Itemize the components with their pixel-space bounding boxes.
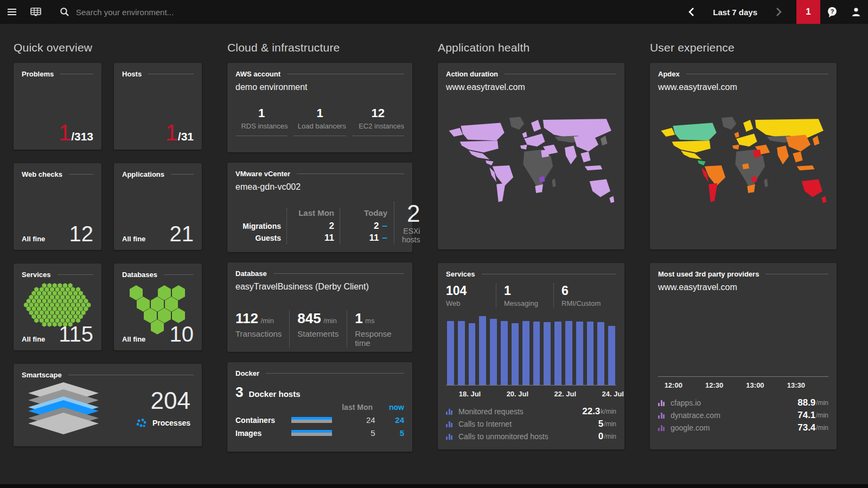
tile-smartscape[interactable]: Smartscape 204 (14, 364, 202, 446)
tile-apdex[interactable]: Apdex www.easytravel.com (650, 63, 837, 249)
tile-databases[interactable]: Databases All fine 10 (114, 264, 202, 350)
tile-title: Database (235, 269, 267, 278)
mini-bar-chart-icon (446, 408, 454, 415)
guests-last: 11 (292, 232, 334, 244)
hamburger-icon (8, 9, 16, 15)
divider (266, 373, 404, 374)
mini-bar-chart-icon (446, 421, 454, 427)
legend-row[interactable]: Calls to Internet 5 /min (446, 418, 616, 430)
x-axis-ticks: 12:0012:3013:0013:30 (658, 380, 828, 393)
tile-problems[interactable]: Problems 1 /313 (14, 63, 101, 150)
docker-containers-row: Containers 24 24 (235, 415, 404, 425)
total-count: /313 (71, 130, 93, 143)
divider (482, 274, 617, 274)
tile-title: Hosts (122, 70, 142, 78)
tile-web-checks[interactable]: Web checks All fine 12 (14, 163, 101, 250)
menu-button[interactable] (0, 0, 24, 24)
providers-legend: cfapps.io 88.9 /min dynatrace.com 74.1 /… (658, 396, 828, 434)
divider (171, 174, 194, 175)
metric-caption: Load balancers (293, 121, 346, 131)
legend-row[interactable]: dynatrace.com 74.1 /min (658, 409, 828, 421)
tile-aws-account[interactable]: AWS account demo environment 1 RDS insta… (227, 63, 412, 152)
tile-title: Services (446, 270, 475, 278)
status-text: All fine (22, 235, 45, 243)
divider (505, 74, 616, 74)
legend-row[interactable]: google.com 73.4 /min (658, 421, 828, 434)
docker-images-row: Images 5 5 (235, 428, 404, 438)
tile-hosts[interactable]: Hosts 1 /31 (114, 63, 202, 150)
metric-statements: 845 /min Statements (289, 310, 347, 348)
application-name: www.easytravel.com (446, 82, 616, 92)
world-map-action-duration (446, 113, 616, 218)
database-count: 10 (170, 323, 194, 345)
section-title: Application health (438, 41, 624, 54)
search-input[interactable] (76, 8, 250, 17)
status-text: All fine (122, 235, 145, 243)
tile-title: Action duration (446, 70, 498, 78)
column-last-mon: last Mon (335, 403, 373, 412)
window-bottom-edge (0, 484, 868, 488)
migrations-today: 2 (374, 221, 379, 231)
tile-title: Web checks (22, 170, 62, 178)
timeframe-prev-button[interactable] (679, 0, 703, 24)
service-metrics-legend: Monitored requests 22.3 k/min Calls to I… (446, 405, 616, 442)
total-count: /31 (178, 130, 194, 143)
tile-title: Smartscape (22, 371, 62, 379)
tile-applications[interactable]: Applications All fine 21 (114, 163, 202, 250)
processes-label: Processes (152, 419, 190, 427)
third-party-stacked-bar-chart: 12:0012:3013:0013:30 (658, 315, 828, 393)
section-quick-overview: Quick overview Problems 1 /313 Hosts 1 /… (14, 24, 202, 463)
column-last-mon: Last Mon 2 11 (286, 208, 334, 244)
mini-bar-chart-icon (658, 412, 666, 419)
user-button[interactable] (844, 0, 868, 24)
metric-caption: EC2 instances (352, 121, 404, 131)
tile-services[interactable]: Services All fine 115 (14, 264, 101, 350)
divider (686, 74, 828, 74)
legend-row[interactable]: cfapps.io 88.9 /min (658, 396, 828, 409)
section-user-experience: User experience Apdex www.easytravel.com… (650, 24, 837, 463)
problem-host-count: 1 (165, 121, 177, 144)
tile-title: Docker (235, 369, 259, 377)
web-check-count: 12 (69, 223, 94, 245)
tile-services-health[interactable]: Services 104 Web 1 Messaging 6 RMI/Custo… (438, 263, 624, 450)
dashboards-button[interactable] (24, 0, 48, 24)
application-name: www.easytravel.com (658, 282, 828, 292)
tile-database[interactable]: Database easyTravelBusiness (Derby Clien… (227, 262, 412, 352)
divider (60, 74, 93, 74)
timeframe-next-button[interactable] (767, 0, 791, 24)
tile-vmware-vcenter[interactable]: VMware vCenter emea-gdn-vc002 Migrations… (227, 163, 412, 252)
divider (273, 273, 404, 274)
legend-row[interactable]: Calls to unmonitored hosts 0 /min (446, 430, 616, 442)
divider (765, 274, 828, 274)
database-name: easyTravelBusiness (Derby Client) (235, 282, 404, 292)
tile-title: Applications (122, 170, 164, 178)
open-problems-badge[interactable]: 1 (796, 0, 820, 24)
trend-flat-icon: – (382, 221, 387, 231)
timeframe-label[interactable]: Last 7 days (713, 8, 757, 17)
metric-rmi-custom: 6 RMI/Custom (553, 284, 608, 307)
services-honeycomb-icon (22, 283, 93, 328)
processes-icon (136, 418, 148, 428)
containers-bar (291, 417, 332, 423)
legend-row[interactable]: Monitored requests 22.3 k/min (446, 405, 616, 418)
tile-title: AWS account (235, 70, 280, 78)
trend-flat-icon: – (382, 233, 387, 243)
top-bar: Last 7 days 1 ? (0, 0, 868, 24)
divider (68, 375, 194, 375)
migrations-last: 2 (292, 220, 334, 232)
metric-messaging: 1 Messaging (496, 284, 553, 307)
tile-title: Problems (22, 70, 54, 78)
help-button[interactable]: ? (820, 0, 844, 24)
tile-third-party-providers[interactable]: Most used 3rd party providers www.easytr… (650, 263, 837, 450)
row-label: Guests (235, 232, 281, 244)
service-count: 115 (59, 323, 93, 345)
smartscape-layers-icon (23, 382, 104, 434)
tile-action-duration[interactable]: Action duration www.easytravel.com (438, 63, 624, 249)
help-chat-icon: ? (826, 6, 838, 18)
divider (287, 74, 404, 74)
aws-account-name: demo environment (235, 82, 404, 92)
mini-bar-chart-icon (446, 433, 454, 440)
tile-docker[interactable]: Docker 3 Docker hosts last Mon now Conta… (227, 362, 412, 452)
tile-title: VMware vCenter (235, 170, 290, 178)
tile-title: Most used 3rd party providers (658, 270, 759, 278)
